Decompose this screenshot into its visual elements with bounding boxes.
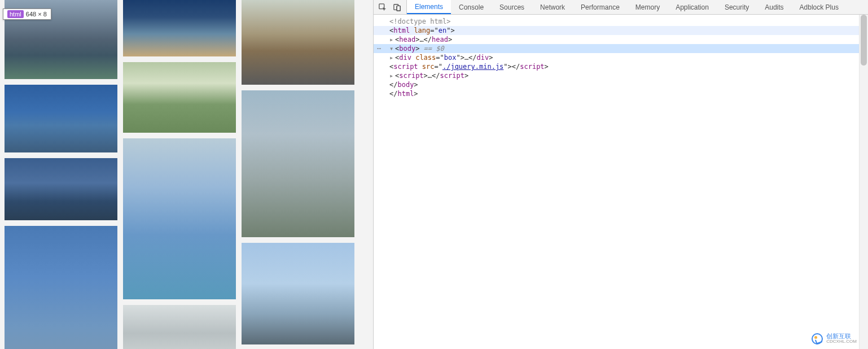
dom-line[interactable]: ▸<script>…</script> (374, 71, 868, 80)
inspect-icon[interactable] (378, 3, 387, 12)
collapse-icon[interactable]: ▾ (389, 44, 395, 53)
tab-adblock[interactable]: Adblock Plus (792, 0, 847, 14)
devtools-scrollbar[interactable] (859, 15, 868, 349)
gallery-image (123, 0, 236, 56)
expand-icon[interactable]: ▸ (389, 35, 395, 44)
tab-memory[interactable]: Memory (628, 0, 668, 14)
gallery-image (242, 0, 354, 85)
watermark-logo-icon (812, 333, 823, 344)
dom-line[interactable]: </body> (374, 80, 868, 89)
gallery-column (123, 0, 236, 349)
gallery-image (5, 226, 117, 349)
tab-elements[interactable]: Elements (407, 0, 451, 14)
tab-application[interactable]: Application (668, 0, 717, 14)
gallery-image (5, 158, 117, 220)
tab-performance[interactable]: Performance (573, 0, 628, 14)
tab-console[interactable]: Console (451, 0, 492, 14)
gallery-column (242, 0, 354, 349)
dom-line-selected[interactable]: ⋯ ▾<body> == $0 (374, 44, 868, 53)
dom-tree[interactable]: <!doctype html> <html lang="en"> ▸<head>… (374, 15, 868, 349)
expand-icon[interactable]: ▸ (389, 53, 395, 62)
devtools-toolbar (374, 0, 407, 14)
watermark-sub: CDCXHL.COM (826, 339, 857, 344)
tooltip-tag: html (7, 10, 24, 18)
devtools-tabs: Elements Console Sources Network Perform… (374, 0, 868, 15)
dom-line[interactable]: ▸<head>…</head> (374, 35, 868, 44)
svg-rect-2 (397, 6, 400, 11)
tab-audits[interactable]: Audits (757, 0, 791, 14)
expand-icon[interactable]: ▸ (389, 71, 395, 80)
dom-line[interactable]: ▸<div class="box">…</div> (374, 53, 868, 62)
tooltip-size: 648 × 8 (26, 11, 47, 18)
image-gallery (0, 0, 373, 349)
tab-sources[interactable]: Sources (492, 0, 532, 14)
gallery-image (123, 305, 236, 349)
gallery-column (5, 0, 117, 349)
dom-line[interactable]: <html lang="en"> (374, 26, 868, 35)
gallery-image (123, 138, 236, 299)
rendered-page-pane[interactable]: html648 × 8 (0, 0, 374, 349)
tab-network[interactable]: Network (532, 0, 573, 14)
tab-security[interactable]: Security (717, 0, 757, 14)
devtools-panel: Elements Console Sources Network Perform… (374, 0, 868, 349)
watermark: 创新互联 CDCXHL.COM (812, 333, 857, 344)
dom-line[interactable]: <!doctype html> (374, 17, 868, 26)
dom-line[interactable]: <script src="./jquery.min.js"></script> (374, 62, 868, 71)
gallery-image (242, 243, 354, 344)
gallery-image (5, 85, 117, 152)
gallery-image (123, 62, 236, 133)
element-tooltip: html648 × 8 (3, 8, 51, 20)
gallery-image (242, 90, 354, 237)
device-toggle-icon[interactable] (393, 3, 402, 12)
dom-line[interactable]: </html> (374, 89, 868, 98)
